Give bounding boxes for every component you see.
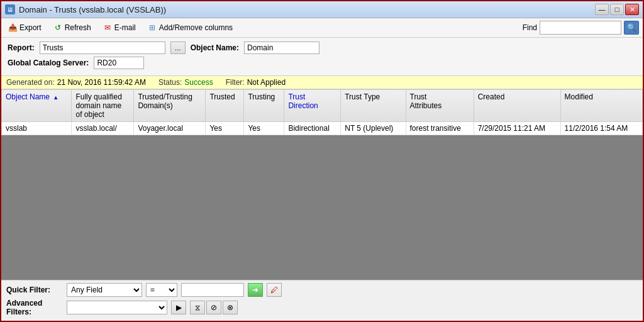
cell-fq-domain: vsslab.local/	[72, 122, 134, 135]
title-bar-buttons: — □ ✕	[595, 4, 639, 15]
cell-trusting: Yes	[244, 122, 284, 135]
refresh-label: Refresh	[65, 23, 91, 32]
email-icon: ✉	[103, 23, 113, 33]
filter-label: Filter:	[226, 78, 245, 87]
email-button[interactable]: ✉ E-mail	[100, 21, 138, 34]
quick-filter-label: Quick Filter:	[6, 286, 63, 294]
bottom-bar: Quick Filter: Any Field = ➜ 🖊 Advanced F…	[1, 280, 643, 321]
quick-filter-row: Quick Filter: Any Field = ➜ 🖊	[6, 283, 638, 297]
clear-filter-icon: 🖊	[270, 286, 278, 294]
adv-filter-funnel-minus-button[interactable]: ⊗	[223, 301, 238, 314]
columns-icon: ⊞	[147, 23, 157, 33]
add-filter-icon: ▶	[176, 303, 182, 312]
funnel-plus-icon: ⊘	[211, 303, 217, 312]
maximize-button[interactable]: □	[610, 4, 624, 15]
col-trusting[interactable]: Trusting	[244, 90, 284, 122]
filter-value: Not Applied	[247, 78, 286, 87]
status-status: Status: Success	[158, 78, 213, 87]
window-title: Domain - Trusts (vsslab.local (VSSLAB))	[19, 5, 166, 14]
col-object-name[interactable]: Object Name ▲	[2, 90, 72, 122]
add-remove-label: Add/Remove columns	[159, 23, 233, 32]
toolbar-right: Find 🔍	[523, 21, 639, 35]
email-label: E-mail	[114, 23, 136, 32]
apply-filter-icon: ➜	[252, 286, 258, 294]
cell-created: 7/29/2015 11:21 AM	[474, 122, 560, 135]
col-trust-direction[interactable]: TrustDirection	[284, 90, 341, 122]
add-remove-columns-button[interactable]: ⊞ Add/Remove columns	[145, 21, 235, 34]
quick-filter-apply-button[interactable]: ➜	[248, 283, 263, 297]
advanced-filter-row: Advanced Filters: ▶ ⧖ ⊘ ⊗	[6, 299, 638, 316]
cell-trusted-trusting: Voyager.local	[134, 122, 206, 135]
quick-filter-field-select[interactable]: Any Field	[67, 283, 142, 297]
table-body: vsslab vsslab.local/ Voyager.local Yes Y…	[2, 122, 643, 135]
col-fq-domain[interactable]: Fully qualifieddomain nameof object	[72, 90, 134, 122]
object-name-input[interactable]	[244, 42, 319, 54]
report-row: Report: ... Object Name:	[8, 42, 636, 54]
find-input[interactable]	[540, 21, 621, 35]
cell-trust-attributes: forest transitive	[406, 122, 474, 135]
status-bar-info: Generated on: 21 Nov, 2016 11:59:42 AM S…	[1, 76, 643, 89]
export-button[interactable]: 📤 Export	[5, 21, 44, 34]
global-catalog-label: Global Catalog Server:	[8, 58, 89, 67]
form-area: Report: ... Object Name: Global Catalog …	[1, 38, 643, 76]
generated-value: 21 Nov, 2016 11:59:42 AM	[57, 78, 146, 87]
table-area: Object Name ▲ Fully qualifieddomain name…	[1, 89, 643, 280]
cell-trusted: Yes	[206, 122, 244, 135]
funnel-minus-icon: ⊗	[227, 303, 233, 312]
title-bar-left: 🖥 Domain - Trusts (vsslab.local (VSSLAB)…	[5, 4, 166, 14]
status-value: Success	[184, 78, 213, 87]
sort-arrow-icon: ▲	[53, 94, 58, 101]
find-label: Find	[523, 23, 537, 32]
cell-modified: 11/2/2016 1:54 AM	[560, 122, 642, 135]
title-bar: 🖥 Domain - Trusts (vsslab.local (VSSLAB)…	[1, 1, 643, 18]
refresh-icon: ↺	[53, 23, 63, 33]
search-icon: 🔍	[627, 23, 636, 32]
col-trust-type[interactable]: Trust Type	[341, 90, 406, 122]
refresh-button[interactable]: ↺ Refresh	[50, 21, 94, 34]
generated-status: Generated on: 21 Nov, 2016 11:59:42 AM	[6, 78, 146, 87]
table-row: vsslab vsslab.local/ Voyager.local Yes Y…	[2, 122, 643, 135]
cell-trust-direction: Bidirectional	[284, 122, 341, 135]
report-label: Report:	[8, 43, 35, 52]
close-button[interactable]: ✕	[625, 4, 639, 15]
adv-filter-funnel-button[interactable]: ⧖	[190, 301, 205, 314]
advanced-filter-add-button[interactable]: ▶	[171, 301, 186, 314]
quick-filter-operator-select[interactable]: =	[146, 283, 177, 297]
advanced-filter-select[interactable]	[67, 301, 167, 314]
toolbar: 📤 Export ↺ Refresh ✉ E-mail ⊞ Add/Remove…	[1, 18, 643, 38]
quick-filter-clear-button[interactable]: 🖊	[267, 283, 282, 297]
report-input[interactable]	[40, 42, 165, 54]
object-name-label: Object Name:	[191, 43, 239, 52]
generated-label: Generated on:	[6, 78, 55, 87]
col-trusted[interactable]: Trusted	[206, 90, 244, 122]
advanced-filters-label: Advanced Filters:	[6, 299, 63, 316]
cell-trust-type: NT 5 (Uplevel)	[341, 122, 406, 135]
browse-button[interactable]: ...	[170, 42, 186, 54]
funnel-icon: ⧖	[195, 303, 200, 312]
table-header: Object Name ▲ Fully qualifieddomain name…	[2, 90, 643, 122]
filter-status: Filter: Not Applied	[226, 78, 286, 87]
col-trust-attributes[interactable]: TrustAttributes	[406, 90, 474, 122]
export-label: Export	[19, 23, 42, 32]
window-icon: 🖥	[5, 4, 15, 14]
adv-filter-icons: ⧖ ⊘ ⊗	[190, 301, 238, 314]
data-table: Object Name ▲ Fully qualifieddomain name…	[1, 89, 643, 135]
status-label: Status:	[158, 78, 182, 87]
col-trusted-trusting[interactable]: Trusted/TrustingDomain(s)	[134, 90, 206, 122]
main-window: 🖥 Domain - Trusts (vsslab.local (VSSLAB)…	[0, 0, 644, 322]
col-modified[interactable]: Modified	[560, 90, 642, 122]
col-created[interactable]: Created	[474, 90, 560, 122]
cell-object-name: vsslab	[2, 122, 72, 135]
export-icon: 📤	[8, 23, 18, 33]
global-catalog-row: Global Catalog Server:	[8, 57, 636, 69]
quick-filter-value-input[interactable]	[181, 283, 244, 297]
global-catalog-input[interactable]	[94, 57, 144, 69]
find-button[interactable]: 🔍	[624, 21, 639, 35]
minimize-button[interactable]: —	[595, 4, 609, 15]
adv-filter-funnel-plus-button[interactable]: ⊘	[206, 301, 221, 314]
